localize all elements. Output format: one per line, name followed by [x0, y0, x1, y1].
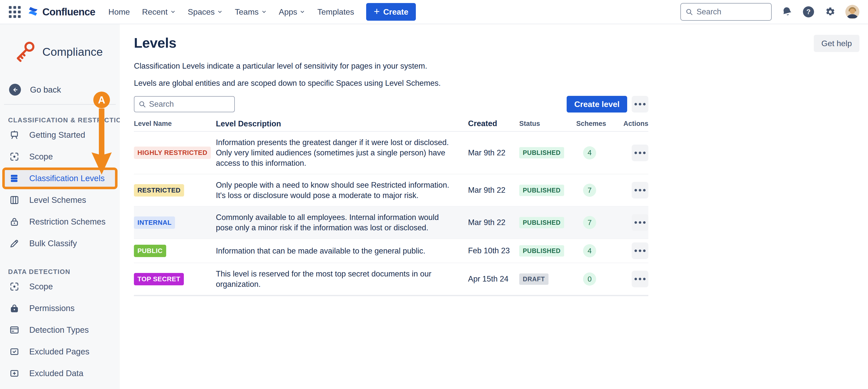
level-badge: RESTRICTED	[134, 184, 184, 197]
levels-panel: Create level Level Name Level Descriptio…	[134, 96, 648, 296]
level-badge: INTERNAL	[134, 216, 175, 229]
table-row: TOP SECRET This level is reserved for th…	[134, 263, 648, 295]
table-row: PUBLIC Information that can be made avai…	[134, 238, 648, 263]
sidebar-item-label: Permissions	[29, 303, 75, 313]
page-title: Levels	[134, 35, 176, 51]
created-date: Mar 9th 22	[468, 148, 519, 157]
sidebar-item-excluded-data[interactable]: Excluded Data	[0, 362, 120, 384]
level-badge: HIGHLY RESTRICTED	[134, 147, 211, 159]
card-icon	[9, 325, 20, 335]
table-search-input[interactable]	[149, 100, 230, 109]
chevron-down-icon	[217, 9, 223, 14]
easel-icon	[9, 130, 20, 140]
intro-paragraph-1: Classification Levels indicate a particu…	[134, 62, 860, 71]
annotation-highlight-box: Classification Levels	[2, 168, 118, 189]
table-row: INTERNAL Commonly available to all emplo…	[134, 206, 648, 238]
sidebar-item-bulk-classify[interactable]: Bulk Classify	[0, 233, 120, 254]
chevron-down-icon	[261, 9, 267, 14]
lock-outline-icon	[9, 216, 20, 227]
sidebar-item-permissions[interactable]: Permissions	[0, 297, 120, 319]
sidebar-item-classification-levels[interactable]: Classification Levels	[5, 170, 115, 187]
sidebar-item-label: Level Schemes	[29, 195, 86, 205]
create-level-button[interactable]: Create level	[567, 96, 627, 113]
column-header-actions: Actions	[609, 120, 648, 128]
sidebar-item-label: Restriction Schemes	[29, 217, 106, 227]
create-button[interactable]: + Create	[366, 3, 416, 21]
sidebar-item-level-schemes[interactable]: Level Schemes	[0, 189, 120, 211]
main-content: Levels Get help Classification Levels in…	[120, 24, 868, 389]
sidebar-item-label: Classification Levels	[29, 174, 105, 183]
row-actions-button[interactable]	[632, 214, 648, 231]
main-header: Levels Get help	[134, 35, 860, 52]
global-search-input[interactable]	[696, 7, 767, 17]
checkbox-icon	[9, 347, 20, 357]
schemes-count-badge: 0	[583, 272, 596, 286]
page: Confluence Home Recent Spaces Teams Apps	[0, 0, 868, 389]
column-header-schemes: Schemes	[571, 120, 609, 128]
top-navigation: Confluence Home Recent Spaces Teams Apps	[0, 0, 868, 24]
level-badge: TOP SECRET	[134, 273, 184, 285]
nav-item-apps[interactable]: Apps	[279, 7, 305, 17]
level-description: Commonly available to all employees. Int…	[216, 207, 468, 238]
nav-item-label: Templates	[317, 7, 354, 17]
nav-item-spaces[interactable]: Spaces	[188, 7, 223, 17]
sidebar-item-detection-types[interactable]: Detection Types	[0, 319, 120, 341]
get-help-button[interactable]: Get help	[814, 35, 860, 52]
row-actions-button[interactable]	[632, 242, 648, 259]
row-actions-button[interactable]	[632, 271, 648, 287]
column-header-level-name: Level Name	[134, 120, 216, 128]
svg-text:?: ?	[806, 8, 811, 16]
sidebar-item-label: Detection Types	[29, 325, 89, 335]
row-actions-button[interactable]	[632, 145, 648, 161]
toolbar-more-actions-button[interactable]	[632, 96, 648, 113]
nav-item-templates[interactable]: Templates	[317, 7, 354, 17]
create-button-label: Create	[383, 7, 408, 17]
notifications-bell-icon[interactable]	[781, 6, 793, 18]
nav-item-teams[interactable]: Teams	[235, 7, 267, 17]
table-toolbar: Create level	[134, 96, 648, 113]
sidebar-item-label: Bulk Classify	[29, 239, 77, 248]
sidebar-item-label: Excluded Pages	[29, 347, 90, 356]
annotation-badge-a: A	[93, 92, 110, 108]
table-search[interactable]	[134, 96, 235, 112]
nav-item-label: Spaces	[188, 7, 215, 17]
nav-item-home[interactable]: Home	[108, 7, 130, 17]
created-date: Mar 9th 22	[468, 186, 519, 195]
app-switcher-icon[interactable]	[8, 6, 21, 18]
sidebar-item-label: Scope	[29, 152, 53, 161]
confluence-logo[interactable]: Confluence	[27, 5, 95, 18]
pencil-icon	[9, 238, 20, 249]
sidebar-item-getting-started[interactable]: Getting Started	[0, 124, 120, 146]
settings-gear-icon[interactable]	[824, 6, 836, 18]
schemes-count-badge: 7	[583, 184, 596, 197]
sidebar-item-restriction-schemes[interactable]: Restriction Schemes	[0, 211, 120, 233]
status-badge: PUBLISHED	[519, 245, 564, 257]
level-badge: PUBLIC	[134, 245, 166, 257]
nav-item-recent[interactable]: Recent	[142, 7, 176, 17]
status-badge: PUBLISHED	[519, 147, 564, 158]
level-description: Information that can be made available t…	[216, 240, 468, 262]
nav-item-label: Recent	[142, 7, 167, 17]
user-avatar[interactable]	[845, 5, 860, 19]
column-header-created: Created	[468, 119, 519, 128]
help-icon[interactable]: ?	[802, 6, 814, 18]
row-actions-button[interactable]	[632, 182, 648, 199]
search-icon	[138, 100, 146, 108]
scope-icon	[9, 151, 20, 162]
status-badge: PUBLISHED	[519, 185, 564, 196]
status-badge: DRAFT	[519, 273, 549, 285]
scope-icon	[9, 281, 20, 292]
search-icon	[685, 8, 693, 16]
sidebar-item-dd-scope[interactable]: Scope	[0, 276, 120, 297]
table-row: HIGHLY RESTRICTED Information presents t…	[134, 132, 648, 174]
table-row: RESTRICTED Only people with a need to kn…	[134, 174, 648, 206]
global-search[interactable]	[680, 3, 772, 21]
created-date: Apr 15th 24	[468, 274, 519, 283]
sidebar-item-scope[interactable]: Scope	[0, 146, 120, 168]
plus-icon: +	[374, 6, 379, 17]
levels-stack-icon	[9, 173, 20, 184]
sidebar-item-excluded-pages[interactable]: Excluded Pages	[0, 341, 120, 362]
sidebar: Compliance Go back CLASSIFICATION & REST…	[0, 24, 120, 389]
app-name: Compliance	[42, 46, 103, 59]
section-heading-data-detection: DATA DETECTION	[8, 268, 120, 276]
